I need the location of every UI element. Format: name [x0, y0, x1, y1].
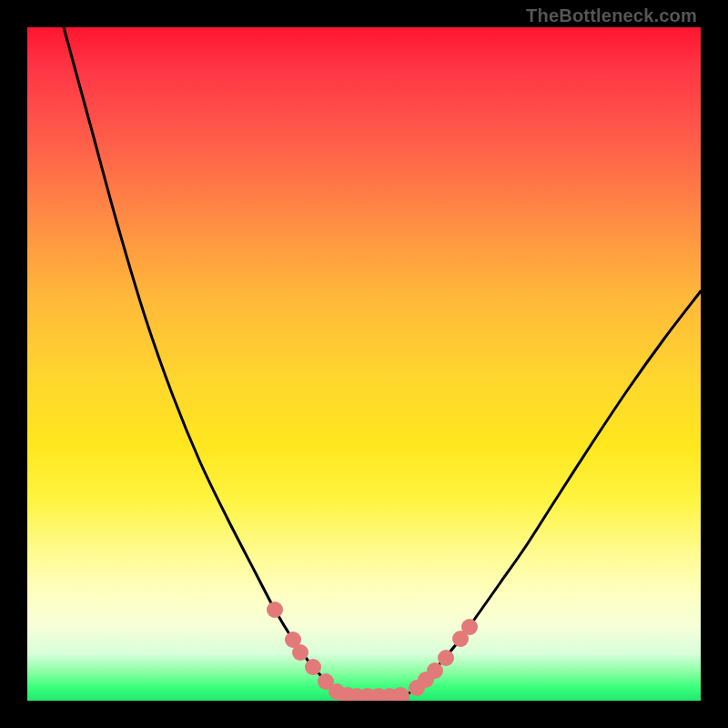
curve-right-curve: [404, 291, 701, 696]
chart-svg: [27, 27, 701, 701]
marker-dot: [409, 680, 425, 696]
marker-group: [267, 602, 478, 701]
marker-dot: [267, 602, 283, 618]
chart-frame: TheBottleneck.com: [0, 0, 728, 728]
marker-dot: [305, 659, 321, 675]
marker-dot: [452, 631, 469, 647]
marker-dot: [391, 687, 410, 701]
curve-left-curve: [64, 27, 346, 696]
curve-group: [64, 27, 701, 696]
marker-dot: [292, 644, 308, 661]
marker-dot: [438, 650, 454, 666]
watermark-text: TheBottleneck.com: [526, 5, 697, 26]
plot-area: [27, 27, 701, 701]
